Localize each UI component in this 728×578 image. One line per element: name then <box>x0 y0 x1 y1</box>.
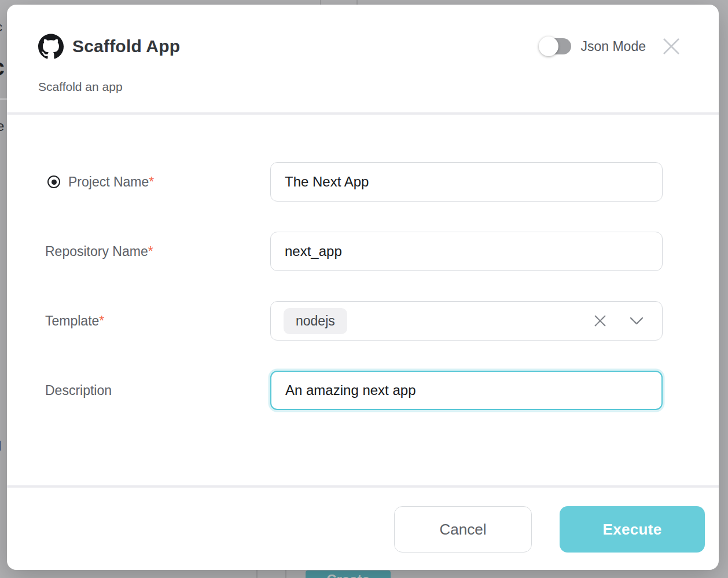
clear-button[interactable] <box>593 313 608 328</box>
close-button[interactable] <box>662 37 681 56</box>
repository-name-input[interactable] <box>270 232 663 271</box>
create-button-fragment: Create <box>306 570 391 578</box>
required-marker: * <box>149 174 154 189</box>
cancel-button[interactable]: Cancel <box>394 506 532 553</box>
repository-name-label: Repository Name* <box>45 244 153 259</box>
scaffold-app-dialog: Scaffold App Json Mode Scaffold an app P… <box>7 5 719 570</box>
create-button-label: Create <box>326 573 370 578</box>
required-marker: * <box>99 313 104 328</box>
backdrop-column-divider <box>320 0 321 5</box>
backdrop-column-divider <box>356 0 358 5</box>
dialog-footer: Cancel Execute <box>7 488 719 570</box>
project-name-input[interactable] <box>270 162 663 202</box>
dialog-header: Scaffold App Json Mode Scaffold an app <box>7 5 719 112</box>
clear-icon <box>593 313 608 328</box>
json-mode-toggle[interactable] <box>540 38 571 54</box>
project-name-row: Project Name* <box>45 162 719 202</box>
json-mode-label: Json Mode <box>580 39 646 54</box>
description-label: Description <box>45 383 112 398</box>
backdrop-text-fragment: e <box>0 118 4 134</box>
repository-name-row: Repository Name* <box>45 232 719 271</box>
toggle-knob <box>539 36 558 56</box>
dialog-subtitle: Scaffold an app <box>38 80 681 94</box>
dialog-form: Project Name* Repository Name* Template*… <box>7 115 719 485</box>
template-select[interactable]: nodejs <box>270 301 663 341</box>
backdrop-text-fragment: rc <box>0 54 5 81</box>
close-icon <box>662 37 681 56</box>
description-row: Description <box>45 371 719 410</box>
description-input[interactable] <box>270 371 663 410</box>
backdrop-text-fragment: l <box>0 438 1 454</box>
chevron-down-icon <box>630 317 644 325</box>
backdrop-column-divider <box>256 570 258 578</box>
dropdown-button[interactable] <box>630 317 644 325</box>
dialog-title: Scaffold App <box>72 36 180 56</box>
project-name-label: Project Name* <box>68 174 154 190</box>
radio-selected-icon[interactable] <box>47 175 60 188</box>
backdrop-text-fragment: c <box>0 20 2 35</box>
backdrop-column-divider <box>285 570 286 578</box>
required-marker: * <box>148 244 153 259</box>
github-icon <box>38 34 64 59</box>
backdrop-divider-fragment <box>0 98 7 100</box>
template-chip: nodejs <box>284 308 347 334</box>
execute-button[interactable]: Execute <box>560 506 705 553</box>
template-row: Template* nodejs <box>45 301 719 341</box>
template-label: Template* <box>45 313 104 329</box>
